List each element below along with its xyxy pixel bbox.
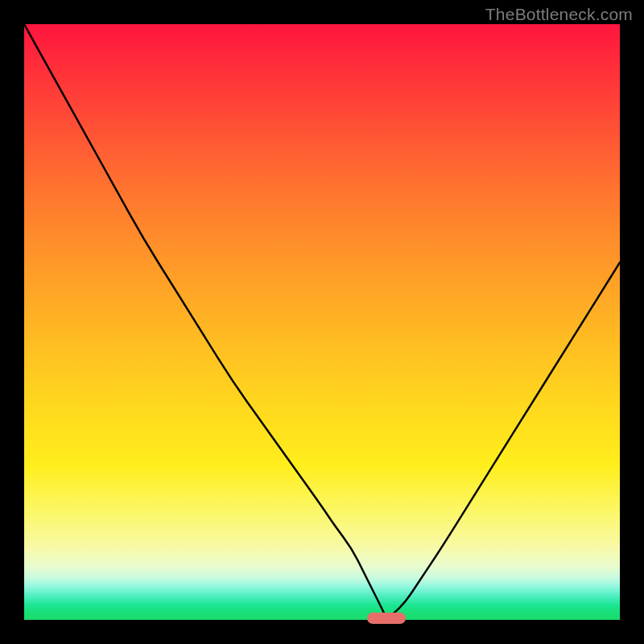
watermark-text: TheBottleneck.com — [485, 5, 633, 24]
optimal-marker — [367, 613, 406, 624]
chart-frame: TheBottleneck.com — [0, 0, 644, 644]
plot-area — [24, 24, 620, 620]
curve-path — [24, 24, 620, 617]
bottleneck-curve — [24, 24, 620, 620]
